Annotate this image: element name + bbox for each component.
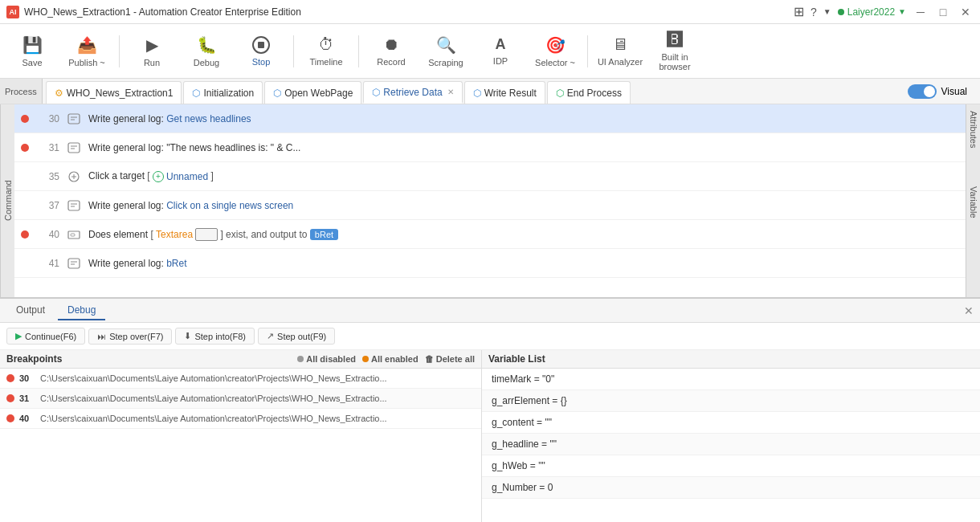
breakpoint-30[interactable] <box>21 115 29 123</box>
breakpoint-31[interactable] <box>21 144 29 152</box>
plus-icon-35: + <box>153 171 164 182</box>
code-line-35[interactable]: 35 Click a target [ + Unnamed ] <box>14 162 966 191</box>
variable-label[interactable]: Variable <box>969 183 978 222</box>
visual-toggle-container[interactable]: Visual <box>908 84 967 99</box>
publish-button[interactable]: 📤 Publish ~ <box>61 28 112 75</box>
selector-label: Selector ~ <box>535 58 575 67</box>
continue-label: Continue(F6) <box>25 332 76 341</box>
delete-all-button[interactable]: 🗑 Delete all <box>425 354 475 364</box>
code-line-40[interactable]: 40 Does element [ Textarea ] exist, and … <box>14 220 966 249</box>
tab-init[interactable]: ⬡ Initialization <box>183 81 263 104</box>
attributes-label[interactable]: Attributes <box>969 108 978 151</box>
line-num-35: 35 <box>35 171 59 182</box>
title-bar-right: ⊞ ? ▼ Laiyer2022 ▼ ─ □ ✕ <box>794 4 974 20</box>
svg-rect-12 <box>68 231 80 239</box>
code-line-30[interactable]: 30 Write general log: Get news headlines <box>14 104 966 133</box>
debug-button[interactable]: 🐛 Debug <box>181 28 232 75</box>
bp-num-40: 40 <box>19 414 35 423</box>
ui-analyzer-button[interactable]: 🖥 UI Analyzer <box>594 28 646 75</box>
step-into-button[interactable]: ⬇ Step into(F8) <box>175 328 255 345</box>
tab-icon-init: ⬡ <box>192 88 200 99</box>
panel-header-actions: All disabled All enabled 🗑 Delete all <box>297 354 475 364</box>
idp-label: IDP <box>493 56 508 66</box>
visual-toggle-switch[interactable] <box>908 84 937 99</box>
element-icon-40 <box>66 226 82 243</box>
close-button[interactable]: ✕ <box>958 4 974 20</box>
variable-list: timeMark = "0" g_arrElement = {} g_conte… <box>482 369 980 522</box>
tab-close-retrieve[interactable]: ✕ <box>447 88 454 96</box>
step-over-button[interactable]: ⏭ Step over(F7) <box>88 328 172 345</box>
tab-open[interactable]: ⬡ Open WebPage <box>264 81 361 104</box>
breakpoints-panel: Breakpoints All disabled All enabled 🗑 D… <box>0 350 482 522</box>
grid-icon[interactable]: ⊞ <box>794 4 804 19</box>
step-out-button[interactable]: ↗ Step out(F9) <box>258 328 335 345</box>
all-disabled-button[interactable]: All disabled <box>297 354 356 364</box>
toolbar-sep-3 <box>358 35 359 67</box>
enabled-icon <box>362 356 369 362</box>
svg-rect-3 <box>68 143 80 153</box>
save-button[interactable]: 💾 Save <box>6 28 58 75</box>
tab-icon-who: ⚙ <box>55 88 63 99</box>
var-headline: g_headline = "" <box>482 434 980 455</box>
user-badge[interactable]: Laiyer2022 ▼ <box>838 6 906 18</box>
code-line-37[interactable]: 37 Write general log: Click on a single … <box>14 191 966 220</box>
window-title: WHO_News_Extraction1 - Automation Creato… <box>24 6 301 18</box>
step-out-label: Step out(F9) <box>277 332 326 341</box>
code-line-41[interactable]: 41 Write general log: bRet <box>14 249 966 278</box>
tab-end[interactable]: ⬡ End Process <box>547 81 631 104</box>
textarea-ref-40: Textarea <box>156 228 218 241</box>
stop-button[interactable]: Stop <box>235 28 287 75</box>
record-button[interactable]: ⏺ Record <box>365 28 417 75</box>
bracket-40: [ <box>150 229 156 240</box>
var-content: g_content = "" <box>482 412 980 434</box>
tab-retrieve[interactable]: ⬡ Retrieve Data ✕ <box>363 81 462 104</box>
continue-button[interactable]: ▶ Continue(F6) <box>6 328 85 345</box>
selector-icon: 🎯 <box>545 35 566 55</box>
maximize-button[interactable]: □ <box>935 4 951 20</box>
tab-write[interactable]: ⬡ Write Result <box>464 81 545 104</box>
line-41-keyword: bRet <box>166 258 186 269</box>
variable-list-label: Variable List <box>488 353 545 365</box>
bp-item-31[interactable]: 31 C:\Users\caixuan\Documents\Laiye Auto… <box>0 389 481 409</box>
bp-item-40[interactable]: 40 C:\Users\caixuan\Documents\Laiye Auto… <box>0 409 481 429</box>
bp-item-30[interactable]: 30 C:\Users\caixuan\Documents\Laiye Auto… <box>0 369 481 389</box>
output-tab[interactable]: Output <box>6 301 55 320</box>
app-icon: AI <box>6 6 19 18</box>
var-arrelement: g_arrElement = {} <box>482 390 980 412</box>
tab-list: ⚙ WHO_News_Extraction1 ⬡ Initialization … <box>43 79 908 104</box>
toolbar-sep-2 <box>293 35 294 67</box>
help-icon[interactable]: ? <box>811 6 817 18</box>
bp-path-31: C:\Users\caixuan\Documents\Laiye Automat… <box>40 394 387 403</box>
run-button[interactable]: ▶ Run <box>126 28 178 75</box>
save-icon: 💾 <box>22 35 43 55</box>
debug-toolbar: ▶ Continue(F6) ⏭ Step over(F7) ⬇ Step in… <box>0 323 980 350</box>
selector-button[interactable]: 🎯 Selector ~ <box>529 28 581 75</box>
svg-rect-14 <box>68 259 80 268</box>
breakpoints-label: Breakpoints <box>6 353 62 365</box>
line-content-30: Write general log: Get news headlines <box>88 113 959 124</box>
online-indicator <box>838 9 844 15</box>
editor-area: 30 Write general log: Get news headlines… <box>14 104 966 297</box>
svg-rect-13 <box>71 234 75 236</box>
close-panel-button[interactable]: ✕ <box>964 304 974 317</box>
scraping-button[interactable]: 🔍 Scraping <box>420 28 472 75</box>
built-in-browser-button[interactable]: 🅱 Built in browser <box>649 28 700 75</box>
timeline-icon: ⏱ <box>318 35 334 54</box>
stop-label: Stop <box>252 57 271 67</box>
timeline-button[interactable]: ⏱ Timeline <box>300 28 352 75</box>
minimize-button[interactable]: ─ <box>913 4 929 20</box>
bp-dot-31 <box>6 394 14 402</box>
command-label: Command <box>0 104 14 297</box>
idp-button[interactable]: A IDP <box>475 28 526 75</box>
tab-label-init: Initialization <box>203 88 254 99</box>
log-icon-41 <box>66 255 82 271</box>
line-content-35: Click a target [ + Unnamed ] <box>88 170 959 182</box>
debug-tab[interactable]: Debug <box>58 301 105 320</box>
breakpoint-40[interactable] <box>21 230 29 239</box>
tab-label-write: Write Result <box>484 88 537 99</box>
all-enabled-button[interactable]: All enabled <box>362 354 419 364</box>
step-out-icon: ↗ <box>267 331 274 341</box>
tab-who[interactable]: ⚙ WHO_News_Extraction1 <box>46 81 182 104</box>
title-bar-left: AI WHO_News_Extraction1 - Automation Cre… <box>6 6 301 18</box>
code-line-31[interactable]: 31 Write general log: "The news headline… <box>14 133 966 162</box>
